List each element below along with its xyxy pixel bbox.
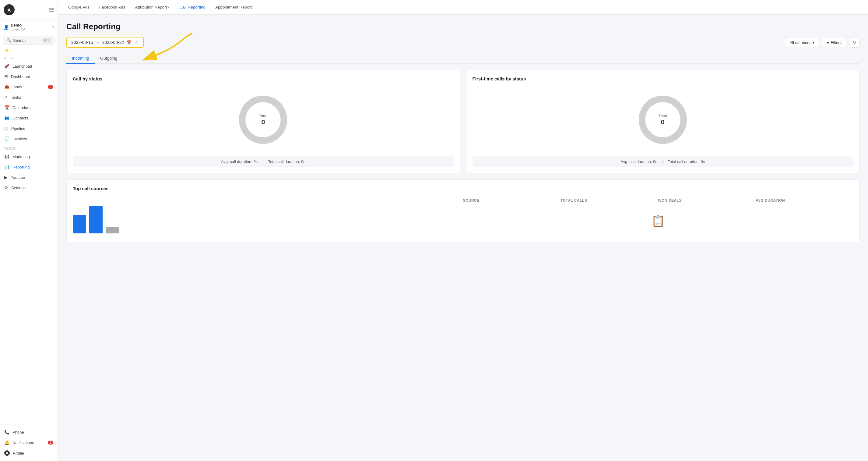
date-arrow-icon: → bbox=[96, 40, 100, 45]
total-label-right: Total bbox=[658, 114, 667, 118]
bar-3 bbox=[106, 227, 119, 233]
search-shortcut: ⌘ K bbox=[42, 38, 51, 42]
sidebar-item-pipeline[interactable]: ◫ Pipeline bbox=[0, 123, 58, 134]
sidebar-item-label: Contacts bbox=[12, 116, 28, 120]
sidebar-item-calendars[interactable]: 📅 Calendars bbox=[0, 103, 58, 113]
search-bar[interactable]: 🔍 Search ⌘ K bbox=[3, 36, 55, 45]
call-by-status-footer: Avg. call duration: 0s | Total call dura… bbox=[73, 156, 454, 167]
user-icon: A bbox=[4, 450, 10, 456]
controls-right: All numbers ▾ ≡ Filters ↻ bbox=[785, 37, 860, 48]
call-by-status-card: Call by status Total 0 Avg. call duratio… bbox=[66, 70, 460, 173]
nav-google-ads[interactable]: Google Ads bbox=[64, 0, 94, 15]
donut-center-right: Total 0 bbox=[658, 114, 667, 126]
refresh-icon: ↻ bbox=[852, 40, 856, 45]
all-numbers-label: All numbers bbox=[789, 40, 810, 45]
first-time-calls-footer: Avg. call duration: 0s | Total call dura… bbox=[472, 156, 854, 167]
sidebar-item-invoices[interactable]: 🧾 Invoices bbox=[0, 134, 58, 144]
sidebar-item-label: Phone bbox=[12, 430, 24, 434]
account-location: Irvine, CA bbox=[11, 27, 25, 31]
sidebar-item-label: Launchpad bbox=[12, 64, 32, 68]
sidebar-item-label: Profile bbox=[13, 451, 24, 456]
all-numbers-button[interactable]: All numbers ▾ bbox=[785, 38, 819, 47]
nav-call-reporting[interactable]: Call Reporting bbox=[175, 0, 210, 15]
sidebar-item-label: Tasks bbox=[11, 95, 21, 99]
sidebar-item-label: Calendars bbox=[12, 106, 30, 110]
sidebar-item-reporting[interactable]: 📊 Reporting bbox=[0, 162, 58, 172]
empty-state-icon: 📋 bbox=[651, 214, 665, 227]
tab-incoming[interactable]: Incoming bbox=[66, 53, 95, 64]
contacts-icon: 👥 bbox=[4, 115, 9, 120]
sidebar-item-youtube[interactable]: ▶ Youtube bbox=[0, 172, 58, 182]
sidebar-item-profile[interactable]: A Profile bbox=[0, 448, 58, 459]
sidebar-item-dashboard[interactable]: ⊞ Dashboard bbox=[0, 71, 58, 82]
account-name: Demo bbox=[11, 23, 25, 27]
avg-duration-value-right: 0s bbox=[653, 160, 657, 164]
check-icon: ✓ bbox=[4, 95, 8, 99]
sidebar-item-label: Youtube bbox=[11, 175, 25, 180]
chevron-down-icon: ▾ bbox=[812, 40, 814, 45]
chart-icon: 📊 bbox=[4, 165, 9, 169]
sidebar-item-tasks[interactable]: ✓ Tasks bbox=[0, 92, 58, 103]
sidebar-item-label: Settings bbox=[11, 185, 26, 190]
donut-chart-left: Total 0 bbox=[236, 92, 290, 147]
sidebar-item-label: Inbox bbox=[12, 85, 22, 89]
sidebar-item-notifications[interactable]: 🔔 Notifications 5 bbox=[0, 437, 58, 448]
lightning-icon: ⚡ bbox=[4, 48, 9, 53]
sidebar-bottom: 📞 Phone 🔔 Notifications 5 A Profile bbox=[0, 424, 58, 461]
account-selector[interactable]: 👤 Demo Irvine, CA ▾ bbox=[0, 20, 58, 34]
nav-attribution-report[interactable]: Attribution Report ▾ bbox=[131, 0, 174, 15]
hamburger-button[interactable] bbox=[49, 8, 54, 11]
col-total-calls: Total calls bbox=[560, 198, 658, 203]
filters-label: Filters bbox=[831, 40, 841, 45]
sidebar-item-launchpad[interactable]: 🚀 Launchpad bbox=[0, 61, 58, 71]
dropdown-arrow-icon: ▾ bbox=[168, 5, 169, 9]
sidebar-item-contacts[interactable]: 👥 Contacts bbox=[0, 113, 58, 123]
sidebar-item-label: Reporting bbox=[12, 165, 30, 169]
top-call-sources-card: Top call sources Source Total calls Won … bbox=[66, 179, 860, 243]
footer-separator: | bbox=[262, 160, 264, 164]
inbox-icon: 📥 bbox=[4, 84, 9, 89]
donut-chart-right: Total 0 bbox=[636, 92, 690, 147]
top-navigation: Google Ads Facebook Ads Attribution Repo… bbox=[58, 0, 868, 15]
total-value-right: 0 bbox=[658, 118, 667, 126]
total-duration-value: 0s bbox=[301, 160, 305, 164]
sidebar-item-phone[interactable]: 📞 Phone bbox=[0, 427, 58, 437]
apps-section-label: Apps bbox=[0, 53, 58, 61]
sidebar-item-label: Pipeline bbox=[11, 126, 25, 131]
sidebar-item-settings[interactable]: ⚙ Settings bbox=[0, 182, 58, 193]
col-avg-duration: Avg Duration bbox=[756, 198, 853, 203]
tools-section-label: Tools bbox=[0, 144, 58, 151]
first-time-calls-card: First-time calls by status Total 0 Avg. … bbox=[466, 70, 860, 173]
tab-outgoing[interactable]: Outgoing bbox=[95, 53, 123, 64]
bar-chart-area bbox=[73, 196, 463, 236]
page-title: Call Reporting bbox=[66, 22, 860, 31]
date-range-picker[interactable]: 2023-08-16 → 2023-08-22 📅 ⏱ bbox=[66, 37, 144, 48]
invoices-icon: 🧾 bbox=[4, 136, 9, 141]
first-time-calls-chart: Total 0 bbox=[472, 86, 854, 153]
controls-row: 2023-08-16 → 2023-08-22 📅 ⏱ bbox=[66, 37, 860, 48]
bell-icon: 🔔 bbox=[4, 440, 9, 445]
notifications-badge: 5 bbox=[48, 440, 53, 444]
nav-facebook-ads[interactable]: Facebook Ads bbox=[95, 0, 130, 15]
nav-appointment-report[interactable]: Appointment Report bbox=[211, 0, 256, 15]
grid-icon: ⊞ bbox=[4, 74, 8, 79]
top-call-sources-title: Top call sources bbox=[73, 186, 853, 191]
clock-icon: ⏱ bbox=[135, 40, 139, 45]
stats-cards-row: Call by status Total 0 Avg. call duratio… bbox=[66, 70, 860, 173]
donut-center-left: Total 0 bbox=[259, 114, 267, 126]
refresh-button[interactable]: ↻ bbox=[849, 37, 860, 48]
total-duration-label-right: Total call duration: bbox=[668, 160, 700, 164]
date-to: 2023-08-22 bbox=[102, 40, 124, 45]
sidebar-item-inbox[interactable]: 📥 Inbox 0 bbox=[0, 82, 58, 92]
col-source: Source bbox=[463, 198, 560, 203]
sidebar-item-label: Marketing bbox=[12, 154, 30, 159]
filters-button[interactable]: ≡ Filters bbox=[822, 38, 846, 47]
filter-icon: ≡ bbox=[827, 40, 829, 45]
total-duration-label: Total call duration: bbox=[268, 160, 300, 164]
calendar-icon: 📅 bbox=[4, 105, 9, 110]
sidebar-item-marketing[interactable]: 📢 Marketing bbox=[0, 151, 58, 162]
sidebar-item-label: Invoices bbox=[12, 137, 27, 141]
avatar: A bbox=[4, 4, 14, 15]
avg-duration-label: Avg. call duration: bbox=[221, 160, 252, 164]
avg-duration-value: 0s bbox=[253, 160, 257, 164]
